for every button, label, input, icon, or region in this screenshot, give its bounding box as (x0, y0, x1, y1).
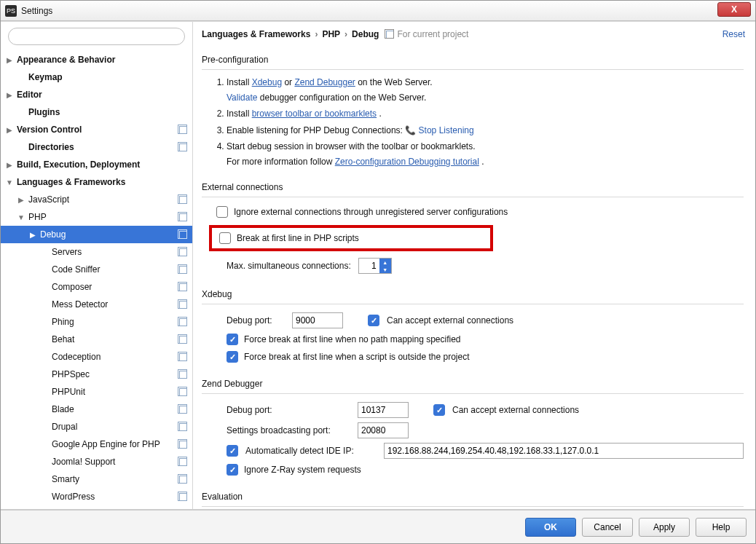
sidebar-item-google-app-engine-for-php[interactable]: Google App Engine for PHP (1, 435, 192, 453)
zend-zray-checkbox[interactable] (227, 464, 238, 476)
sidebar-item-phing[interactable]: Phing (1, 313, 192, 331)
text: or (284, 77, 294, 87)
sidebar-item-label: Blade (52, 404, 74, 414)
arrow-spacer (40, 475, 49, 484)
text: Enable listening for PHP Debug Connectio… (227, 125, 405, 135)
sidebar-item-joomla-support[interactable]: Joomla! Support (1, 453, 192, 470)
xdebug-title: Xdebug (202, 289, 744, 299)
max-conn-label: Max. simultaneous connections: (227, 261, 351, 271)
sidebar-item-composer[interactable]: Composer (1, 278, 192, 296)
zend-accept-checkbox[interactable] (433, 404, 445, 416)
chevron-down-icon[interactable]: ▼ (17, 213, 25, 221)
sidebar-item-version-control[interactable]: ▶Version Control (1, 121, 192, 138)
sidebar-item-keymap[interactable]: Keymap (1, 68, 192, 86)
sidebar-item-wordpress[interactable]: WordPress (1, 488, 192, 505)
project-scope-icon (178, 229, 188, 240)
ignore-ext-checkbox[interactable] (216, 206, 228, 218)
sidebar-item-label: PHP (28, 212, 47, 222)
chevron-right-icon[interactable]: ▶ (5, 90, 14, 99)
main-wrapper: ▶Appearance & BehaviorKeymap▶EditorPlugi… (1, 21, 755, 510)
zend-auto-ip-checkbox[interactable] (227, 445, 238, 457)
sidebar-item-label: Mess Detector (52, 299, 108, 310)
sidebar-item-label: Composer (52, 282, 92, 292)
xdebug-link[interactable]: Xdebug (252, 77, 282, 87)
preconf-title: Pre-configuration (202, 55, 744, 65)
zend-bcast-input[interactable] (358, 422, 409, 438)
sidebar-item-codeception[interactable]: Codeception (1, 348, 192, 366)
crumb-php[interactable]: PHP (322, 29, 340, 39)
text: . (379, 109, 381, 119)
zero-config-tutorial-link[interactable]: Zero-configuration Debugging tutorial (335, 157, 479, 167)
sidebar-item-servers[interactable]: Servers (1, 243, 192, 261)
max-conn-spinner[interactable]: ▲ ▼ (358, 258, 392, 274)
sidebar-item-label: Directories (28, 142, 74, 152)
settings-tree[interactable]: ▶Appearance & BehaviorKeymap▶EditorPlugi… (1, 48, 192, 509)
sidebar-item-editor[interactable]: ▶Editor (1, 86, 192, 103)
chevron-down-icon[interactable]: ▼ (5, 178, 14, 186)
chevron-right-icon[interactable]: ▶ (28, 230, 37, 239)
sidebar-item-languages-frameworks[interactable]: ▼Languages & Frameworks (1, 173, 192, 191)
close-button[interactable]: X (717, 2, 751, 17)
help-button[interactable]: Help (696, 518, 747, 537)
ok-button[interactable]: OK (525, 518, 576, 537)
arrow-spacer (17, 73, 25, 82)
arrow-spacer (40, 248, 49, 256)
sidebar-item-debug[interactable]: ▶Debug (1, 226, 192, 243)
zend-auto-ip-label: Automatically detect IDE IP: (245, 446, 377, 456)
sidebar-item-build-execution-deployment[interactable]: ▶Build, Execution, Deployment (1, 156, 192, 173)
sidebar-item-code-sniffer[interactable]: Code Sniffer (1, 261, 192, 278)
chevron-right-icon[interactable]: ▶ (5, 55, 14, 64)
zend-port-input[interactable] (358, 402, 409, 418)
sidebar-item-behat[interactable]: Behat (1, 331, 192, 348)
sidebar-item-label: Debug (40, 229, 66, 240)
sidebar-item-directories[interactable]: Directories (1, 138, 192, 156)
project-scope-icon (178, 439, 188, 449)
settings-scroll[interactable]: Pre-configuration Install Xdebug or Zend… (193, 46, 755, 509)
xdebug-force2-checkbox[interactable] (227, 351, 238, 363)
apply-button[interactable]: Apply (639, 518, 690, 537)
sidebar-item-php[interactable]: ▼PHP (1, 208, 192, 226)
preconf-list: Install Xdebug or Zend Debugger on the W… (227, 76, 744, 169)
separator (202, 197, 744, 197)
xdebug-port-input[interactable] (292, 312, 343, 328)
chevron-right-icon[interactable]: ▶ (5, 160, 14, 169)
arrow-spacer (40, 457, 49, 466)
reset-link[interactable]: Reset (722, 29, 745, 39)
sidebar-item-label: Build, Execution, Deployment (17, 159, 140, 170)
text: Start debug session in browser with the … (227, 141, 476, 151)
sidebar-item-appearance-behavior[interactable]: ▶Appearance & Behavior (1, 51, 192, 68)
spinner-down-icon[interactable]: ▼ (379, 266, 391, 273)
validate-link[interactable]: Validate (227, 92, 257, 103)
sidebar-item-label: Servers (52, 247, 82, 257)
search-input[interactable] (8, 28, 185, 45)
sidebar-item-javascript[interactable]: ▶JavaScript (1, 191, 192, 208)
sidebar-item-drupal[interactable]: Drupal (1, 418, 192, 435)
chevron-right-icon[interactable]: ▶ (17, 195, 25, 204)
sidebar-item-blade[interactable]: Blade (1, 401, 192, 418)
spinner-up-icon[interactable]: ▲ (379, 259, 391, 266)
bookmarklets-link[interactable]: browser toolbar or bookmarklets (252, 109, 377, 119)
break-first-line-checkbox[interactable] (219, 232, 231, 244)
xdebug-accept-checkbox[interactable] (368, 315, 379, 326)
sidebar-item-smarty[interactable]: Smarty (1, 470, 192, 488)
project-scope-icon (178, 264, 188, 275)
sidebar-item-phpunit[interactable]: PHPUnit (1, 383, 192, 401)
sidebar-item-plugins[interactable]: Plugins (1, 103, 192, 121)
chevron-right-icon[interactable]: ▶ (5, 125, 14, 134)
cancel-button[interactable]: Cancel (582, 518, 633, 537)
sidebar-item-phpspec[interactable]: PHPSpec (1, 366, 192, 383)
zend-ip-input[interactable] (384, 443, 744, 459)
project-scope-icon (178, 352, 188, 362)
zend-debugger-link[interactable]: Zend Debugger (294, 77, 355, 87)
content-panel: Languages & Frameworks › PHP › Debug For… (193, 22, 755, 509)
crumb-root[interactable]: Languages & Frameworks (202, 29, 310, 39)
arrow-spacer (40, 387, 49, 396)
listen-icon: 📞 (405, 125, 416, 135)
xdebug-force1-checkbox[interactable] (227, 334, 238, 345)
max-conn-input[interactable] (359, 259, 379, 273)
sidebar-item-mess-detector[interactable]: Mess Detector (1, 296, 192, 313)
preconf-step-4: Start debug session in browser with the … (227, 140, 744, 169)
stop-listening-link[interactable]: Stop Listening (419, 124, 474, 138)
project-scope-icon (178, 142, 188, 152)
arrow-spacer (40, 440, 49, 449)
